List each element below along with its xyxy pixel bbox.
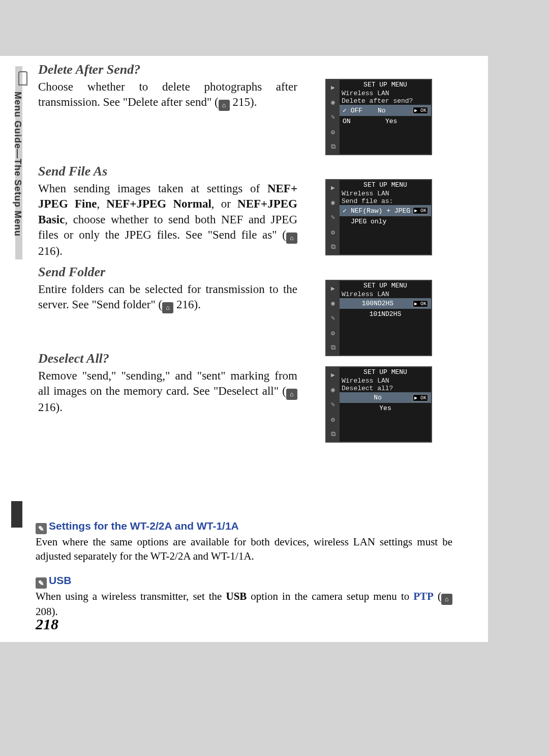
section-title: Send Folder <box>38 265 297 280</box>
note-heading-settings: ✎Settings for the WT-2/2A and WT-1/1A <box>36 520 452 534</box>
page-ref-icon <box>286 232 297 244</box>
card-icon: ⧉ <box>331 430 336 438</box>
camera-menu-deselect-all: ▶ ◉ ✎ ⚙ ⧉ SET UP MENU Wireless LAN Desel… <box>325 366 432 443</box>
play-icon: ▶ <box>331 284 335 293</box>
opt-label: No <box>378 107 413 114</box>
section-title: Delete After Send? <box>38 62 297 77</box>
thumb-index-block <box>11 501 22 528</box>
pencil-icon: ✎ <box>331 314 335 322</box>
setup-menu-icon <box>18 71 27 85</box>
cam-side-icons: ▶ ◉ ✎ ⚙ ⧉ <box>326 367 340 442</box>
cam-prompt: Send file as: <box>340 197 431 205</box>
section-title: Send File As <box>38 164 297 179</box>
t: When using a wireless transmitter, set t… <box>36 590 226 602</box>
cam-prompt: Deselect all? <box>340 385 431 392</box>
camera-icon: ◉ <box>331 299 335 307</box>
t: , choose whether to send both NEF and JP… <box>38 213 297 241</box>
section-deselect-all: Deselect All? Remove "send," "sending," … <box>38 351 297 416</box>
check-icon: ✓ <box>343 207 351 215</box>
bottom-margin <box>0 642 549 756</box>
cam-sub: Wireless LAN <box>340 377 431 385</box>
setup-icon: ⚙ <box>331 329 335 337</box>
section-body: Remove "send," "sending," and "sent" mar… <box>38 368 297 416</box>
page-ref-icon <box>286 389 297 400</box>
cam-option-folder2: 101ND2HS <box>340 309 431 319</box>
setup-icon: ⚙ <box>331 416 335 424</box>
card-icon: ⧉ <box>331 344 336 352</box>
section-title: Deselect All? <box>38 351 297 366</box>
t: When sending images taken at settings of <box>38 182 267 195</box>
note-icon: ✎ <box>36 577 47 589</box>
opt-pre: ON <box>343 118 385 125</box>
note-title: USB <box>49 574 71 586</box>
cam-side-icons: ▶ ◉ ✎ ⚙ ⧉ <box>326 281 340 355</box>
opt-label: NEF(Raw) + JPEG <box>351 207 413 215</box>
body-ref: 215). <box>230 96 257 108</box>
play-icon: ▶ <box>331 371 335 379</box>
opt-label: 101ND2HS <box>343 310 428 318</box>
opt-label: No <box>343 394 413 401</box>
body-ref: 216). <box>173 298 201 311</box>
page-ref-icon <box>219 100 230 111</box>
cam-option-yes: ON Yes <box>340 116 431 127</box>
camera-icon: ◉ <box>331 198 335 207</box>
camera-icon: ◉ <box>331 386 335 394</box>
pencil-icon: ✎ <box>331 213 335 221</box>
ok-indicator: OK <box>413 394 428 401</box>
pencil-icon: ✎ <box>331 113 335 121</box>
t: , <box>97 197 106 210</box>
body-ref: 216). <box>38 245 63 257</box>
section-send-file-as: Send File As When sending images taken a… <box>38 164 297 259</box>
cam-main: SET UP MENU Wireless LAN Deselect all? N… <box>340 367 431 442</box>
t: , or <box>211 197 237 210</box>
right-margin <box>488 0 549 642</box>
cam-prompt: Delete after send? <box>340 97 431 105</box>
cam-option-no: ✓ OFF No OK <box>340 105 431 116</box>
section-delete-after-send: Delete After Send? Choose whether to del… <box>38 62 297 111</box>
cam-main: SET UP MENU Wireless LAN Send file as: ✓… <box>340 180 431 254</box>
body-ref: 216). <box>38 401 63 414</box>
opt-label: Yes <box>343 404 428 412</box>
cam-header: SET UP MENU <box>340 180 431 190</box>
card-icon: ⧉ <box>331 243 336 251</box>
opt-pre: ✓ OFF <box>343 106 378 114</box>
sidebar-label: Menu Guide—The Setup Menu <box>12 92 23 237</box>
t-b: NEF+JPEG Normal <box>106 197 211 210</box>
section-send-folder: Send Folder Entire folders can be select… <box>38 265 297 313</box>
cam-side-icons: ▶ ◉ ✎ ⚙ ⧉ <box>326 180 340 254</box>
cam-option-jpeg-only: JPEG only <box>340 216 431 227</box>
body-text: Remove "send," "sending," and "sent" mar… <box>38 369 297 397</box>
note-body: When using a wireless transmitter, set t… <box>36 590 452 619</box>
card-icon: ⧉ <box>331 143 336 151</box>
cam-option-yes: Yes <box>340 403 431 414</box>
ok-indicator: OK <box>413 107 428 114</box>
setup-icon: ⚙ <box>331 128 335 136</box>
page-number: 218 <box>36 616 58 633</box>
cam-main: SET UP MENU Wireless LAN 100ND2HS OK 101… <box>340 281 431 355</box>
cam-header: SET UP MENU <box>340 281 431 290</box>
cam-sub: Wireless LAN <box>340 190 431 197</box>
section-body: Entire folders can be selected for trans… <box>38 282 297 313</box>
camera-menu-delete-after-send: ▶ ◉ ✎ ⚙ ⧉ SET UP MENU Wireless LAN Delet… <box>325 79 432 155</box>
ok-indicator: OK <box>413 300 428 307</box>
opt-label: 100ND2HS <box>343 300 413 307</box>
body-text: Choose whether to delete photographs aft… <box>38 80 297 108</box>
cam-side-icons: ▶ ◉ ✎ ⚙ ⧉ <box>326 80 340 154</box>
section-body: Choose whether to delete photographs aft… <box>38 79 297 111</box>
note-title: Settings for the WT-2/2A and WT-1/1A <box>49 520 239 532</box>
ok-indicator: OK <box>413 207 428 214</box>
setup-icon: ⚙ <box>331 228 335 237</box>
note-icon: ✎ <box>36 523 47 534</box>
play-icon: ▶ <box>331 184 335 192</box>
t: ( <box>434 590 441 602</box>
pencil-icon: ✎ <box>331 400 335 409</box>
note-heading-usb: ✎USB <box>36 574 452 589</box>
notes-block: ✎Settings for the WT-2/2A and WT-1/1A Ev… <box>36 520 452 630</box>
note-body: Even where the same options are availabl… <box>36 535 452 563</box>
camera-icon: ◉ <box>331 98 335 106</box>
t-b-blue: PTP <box>413 590 434 602</box>
section-body: When sending images taken at settings of… <box>38 181 297 259</box>
cam-header: SET UP MENU <box>340 80 431 90</box>
page-ref-icon <box>441 594 452 605</box>
cam-sub: Wireless LAN <box>340 290 431 298</box>
